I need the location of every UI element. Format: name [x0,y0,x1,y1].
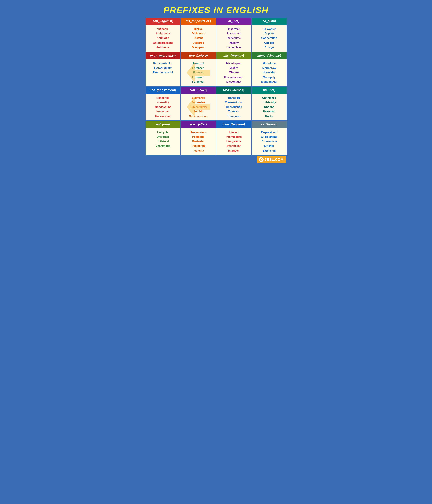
prefix-word: Antibiotic [147,36,179,40]
prefix-word: Cooperation [253,36,285,40]
prefix-word: Interstellar [218,144,250,148]
prefix-word: Inaccurate [218,31,250,36]
prefix-header-10: trans_(across) [216,87,251,94]
prefix-body-5: ForecastForeheadForeseeForewordForemost [181,59,216,86]
prefix-word: Unknown [253,109,285,114]
prefix-body-12: UnicycleUniversalUnilateralUnanimous [145,128,180,155]
prefix-word: Incomplete [218,45,250,50]
prefix-body-3: Co-workerCopilotCooperationCoexistCosign [252,25,287,52]
prefix-cell-5: fore_(before)ForecastForeheadForeseeFore… [181,52,216,86]
prefix-word: Nonsense [147,96,179,100]
prefix-word: Inability [218,40,250,45]
prefix-cell-14: inter_(between)InteractIntermediateInter… [216,121,251,155]
prefix-cell-7: mono_(singular)MonotoneMonobrowMonolithi… [252,52,287,86]
prefix-header-15: ex_(former) [252,121,287,128]
prefix-word: Unicycle [147,130,179,135]
prefix-word: Monotone [253,61,285,66]
prefix-word: Subconscious [182,114,214,118]
prefix-word: Ex-boyfriend [253,135,285,139]
prefix-cell-2: in_(not)IncorrectInaccurateInadequateIna… [216,18,251,52]
prefix-body-8: NonsenseNonentityNondescriptNonactiveNon… [145,94,180,120]
logo-text: 7ESL.COM [265,157,283,162]
prefix-word: Exterminate [253,139,285,144]
prefix-word: Coexist [253,40,285,45]
prefix-word: Unilateral [147,139,179,144]
prefix-word: Misinterpret [218,61,250,66]
prefix-word: Universal [147,135,179,139]
prefix-header-0: anti_ (against) [145,18,180,25]
prefix-word: Monopoly [253,75,285,80]
prefix-word: Antigravity [147,31,179,36]
prefix-header-4: extra_(more than) [145,52,180,59]
site-logo: 7ESL.COM [257,156,286,163]
prefix-header-8: non_(not, without) [145,87,180,94]
prefix-body-14: InteractIntermediateIntergalacticInterst… [216,128,251,155]
prefix-cell-8: non_(not, without)NonsenseNonentityNonde… [145,87,180,120]
prefix-word: Dishonest [182,31,214,36]
prefix-word: Unfriendly [253,100,285,105]
prefix-word: Postnatal [182,139,214,144]
prefix-body-11: UnfinishedUnfriendlyUndoneUnknownUnlike [252,94,287,120]
prefix-header-9: sub_(under) [181,87,216,94]
prefix-word: Forecast [182,61,214,66]
prefix-body-10: TransportTransnationalTransatlanticTrans… [216,94,251,120]
prefix-word: Submarine [182,100,214,105]
prefix-word: Co-worker [253,27,285,31]
prefix-word: Foremost [182,80,214,84]
prefix-word: Postpone [182,135,214,139]
prefix-word: Interact [218,130,250,135]
prefix-word: Extension [253,148,285,153]
prefix-word: Nonexistent [147,114,179,118]
prefix-word: Monolingual [253,80,285,84]
prefix-cell-0: anti_ (against)AntisocialAntigravityAnti… [145,18,180,52]
prefix-word: Disagree [182,40,214,45]
prefix-body-2: IncorrectInaccurateInadequateInabilityIn… [216,25,251,52]
prefix-header-11: un_(not) [252,87,287,94]
prefix-header-6: mis_(wrongly) [216,52,251,59]
prefix-cell-12: uni_(one)UnicycleUniversalUnilateralUnan… [145,121,180,155]
prefix-word: Intergalactic [218,139,250,144]
prefix-header-13: post_(after) [181,121,216,128]
prefix-word: Unanimous [147,144,179,148]
prefix-word: Monolithic [253,70,285,75]
prefix-word: Exterior [253,144,285,148]
prefix-word: Intermediate [218,135,250,139]
prefix-word: Transatlantic [218,105,250,109]
prefix-word: Forehead [182,66,214,70]
prefix-word: Antisocial [147,27,179,31]
prefix-body-7: MonotoneMonobrowMonolithicMonopolyMonoli… [252,59,287,86]
prefix-word: Misconduct [218,80,250,84]
prefix-word: Monobrow [253,66,285,70]
prefix-word: Unfinished [253,96,285,100]
prefix-word: Misunderstand [218,75,250,80]
page-title: PREFIXES IN ENGLISH [145,3,287,18]
prefix-word: Nonentity [147,100,179,105]
prefix-body-4: ExtracurricularExtraordinaryExtra-terres… [145,59,180,86]
prefix-word: Antidepressant [147,40,179,45]
prefix-body-1: DislikeDishonestDistantDisagreeDisappear [181,25,216,52]
prefix-header-1: dis_(opposite of ) [181,18,216,25]
prefix-header-2: in_(not) [216,18,251,25]
prefix-body-15: Ex-presidentEx-boyfriendExterminateExter… [252,128,287,155]
prefix-word: Unlike [253,114,285,118]
prefix-header-7: mono_(singular) [252,52,287,59]
main-container: PREFIXES IN ENGLISH anti_ (against)Antis… [144,2,288,166]
prefix-word: Transact [218,109,250,114]
prefix-word: Disappear [182,45,214,50]
prefix-word: Postmortem [182,130,214,135]
prefix-cell-15: ex_(former)Ex-presidentEx-boyfriendExter… [252,121,287,155]
prefix-word: Undone [253,105,285,109]
prefix-cell-6: mis_(wrongly)MisinterpretMisfireMistakeM… [216,52,251,86]
prefix-word: Submerge [182,96,214,100]
prefix-word: Extra-terrestrial [147,70,179,75]
prefix-word: Nonactive [147,109,179,114]
prefix-word: Subtitle [182,109,214,114]
prefix-word: Mistake [218,70,250,75]
prefix-word: Incorrect [218,27,250,31]
prefix-header-3: co_(with) [252,18,287,25]
prefix-cell-10: trans_(across)TransportTransnationalTran… [216,87,251,120]
prefix-word: Interlock [218,148,250,153]
prefix-body-6: MisinterpretMisfireMistakeMisunderstandM… [216,59,251,86]
prefix-word: Misfire [218,66,250,70]
prefix-word: Ex-president [253,130,285,135]
